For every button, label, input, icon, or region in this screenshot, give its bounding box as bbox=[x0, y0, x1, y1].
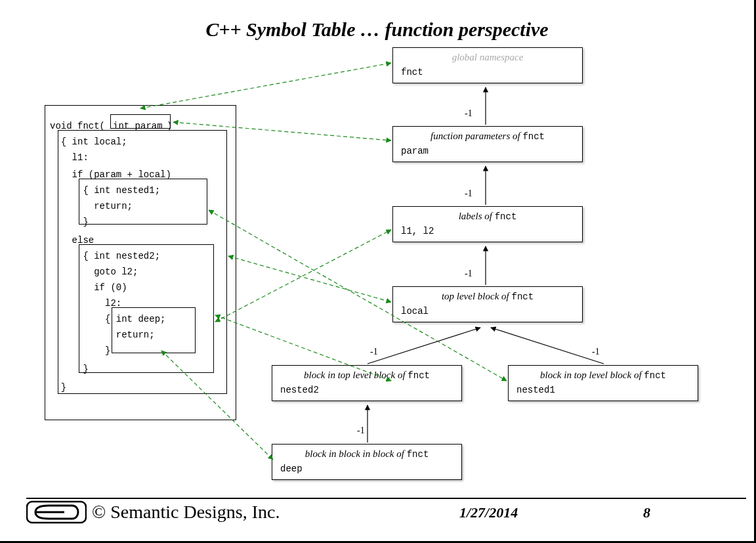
scope-params-symbols: param bbox=[393, 143, 582, 162]
scope-labels-title-fn: fnct bbox=[495, 211, 517, 222]
scope-top-title-prefix: top level block of bbox=[442, 291, 512, 301]
edge-label-t-n1: -1 bbox=[592, 347, 600, 357]
scope-block-nested1-symbols: nested1 bbox=[509, 382, 698, 401]
box-deep bbox=[112, 307, 196, 353]
scope-labels-symbols: l1, l2 bbox=[393, 223, 582, 242]
scope-labels-title: labels of fnct bbox=[393, 207, 582, 223]
scope-global-title: global namespace bbox=[393, 48, 582, 64]
scope-block-nested2-title: block in top level block of fnct bbox=[272, 366, 461, 382]
edge-label-t-n2: -1 bbox=[370, 347, 378, 357]
footer-date: 1/27/2014 bbox=[459, 504, 518, 521]
scope-block-nested1-title: block in top level block of fnct bbox=[509, 366, 698, 382]
footer-page: 8 bbox=[643, 504, 650, 521]
scope-block-nested2-symbols: nested2 bbox=[272, 382, 461, 401]
scope-labels-title-prefix: labels of bbox=[459, 211, 495, 221]
edge-label-g-p: -1 bbox=[465, 108, 472, 119]
scope-params-title-fn: fnct bbox=[522, 131, 545, 142]
scope-params-title-prefix: function parameters of bbox=[430, 131, 522, 141]
edge-label-p-l: -1 bbox=[465, 188, 472, 199]
slide: C++ Symbol Table … function perspective … bbox=[0, 0, 756, 543]
scope-block-deep-title: block in block in block of fnct bbox=[272, 445, 461, 461]
scope-block-nested1-title-fn: fnct bbox=[644, 370, 666, 381]
scope-block-nested1: block in top level block of fnct nested1 bbox=[508, 365, 698, 401]
scope-top-title: top level block of fnct bbox=[393, 287, 582, 303]
footer-rule bbox=[26, 498, 746, 499]
slide-title: C++ Symbol Table … function perspective bbox=[0, 18, 754, 41]
scope-global: global namespace fnct bbox=[392, 47, 583, 83]
scope-block-nested2: block in top level block of fnct nested2 bbox=[272, 365, 462, 401]
scope-labels: labels of fnct l1, l2 bbox=[392, 206, 583, 242]
scope-params: function parameters of fnct param bbox=[392, 126, 583, 162]
box-nested1 bbox=[79, 179, 207, 225]
edge-label-n2-d: -1 bbox=[357, 425, 365, 436]
logo-icon bbox=[26, 499, 87, 525]
footer-copyright: © Semantic Designs, Inc. bbox=[92, 502, 280, 523]
scope-block-deep-symbols: deep bbox=[272, 461, 461, 479]
scope-params-title: function parameters of fnct bbox=[393, 127, 582, 143]
scope-block-nested2-title-prefix: block in top level block of bbox=[304, 370, 408, 380]
scope-top: top level block of fnct local bbox=[392, 286, 583, 322]
scope-block-nested2-title-fn: fnct bbox=[408, 370, 430, 381]
edge-label-l-t: -1 bbox=[465, 269, 472, 279]
box-param bbox=[110, 114, 171, 129]
scope-top-symbols: local bbox=[393, 303, 582, 322]
scope-top-title-fn: fnct bbox=[512, 292, 534, 302]
scope-block-deep: block in block in block of fnct deep bbox=[272, 444, 462, 480]
scope-block-deep-title-prefix: block in block in block of bbox=[305, 448, 407, 459]
scope-block-deep-title-fn: fnct bbox=[407, 449, 429, 460]
scope-block-nested1-title-prefix: block in top level block of bbox=[540, 370, 644, 380]
footer: © Semantic Designs, Inc. 1/27/2014 8 bbox=[26, 500, 728, 529]
scope-global-symbols: fnct bbox=[393, 64, 582, 83]
